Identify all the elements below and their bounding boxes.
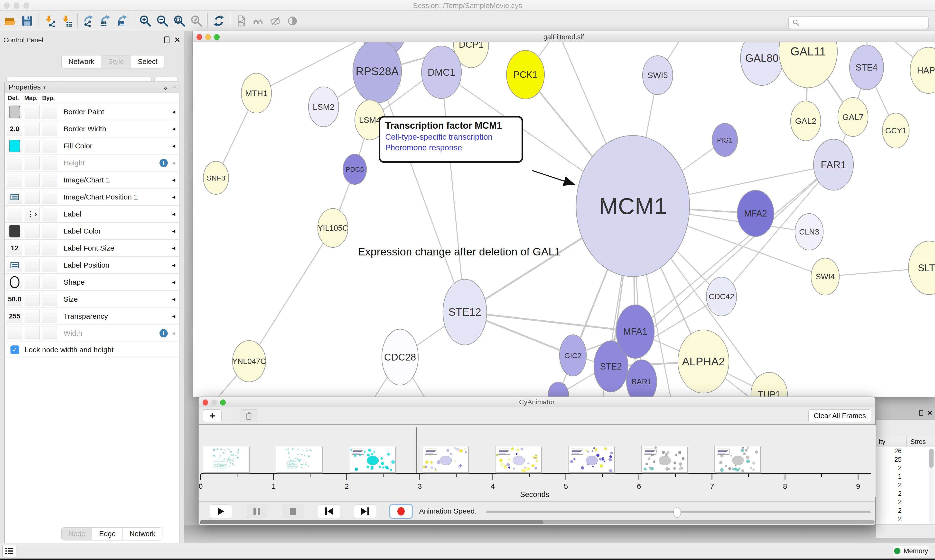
network-node-CDC42[interactable]: CDC42 [707, 277, 736, 316]
frame-thumbnail-3[interactable] [349, 446, 395, 472]
property-row-label-position[interactable]: Label Position◂ [5, 257, 179, 274]
mapping-cell[interactable]: ⋮› [25, 207, 40, 221]
save-session-button[interactable] [20, 13, 34, 29]
export-table-button[interactable] [99, 13, 113, 29]
scrollbar-thumb[interactable] [200, 520, 543, 524]
lock-size-checkbox[interactable]: ✓ [11, 345, 19, 354]
property-row-transparency[interactable]: 255Transparency◂ [5, 308, 179, 325]
mapping-cell[interactable] [25, 224, 40, 238]
network-node-ALPHA2[interactable]: ALPHA2 [678, 330, 729, 393]
frame-thumbnail-5[interactable] [495, 446, 541, 472]
bypass-cell[interactable] [42, 326, 57, 340]
mapping-cell[interactable] [25, 190, 40, 204]
property-row-height[interactable]: Heighti◂ [5, 154, 179, 171]
mapping-cell[interactable] [25, 309, 40, 323]
network-node-PDC5[interactable]: PDC5 [343, 154, 366, 185]
export-image-button[interactable] [116, 13, 130, 29]
network-edge[interactable] [377, 71, 465, 312]
tab-network[interactable]: Network [62, 55, 101, 68]
info-icon[interactable]: i [159, 159, 168, 167]
bypass-cell[interactable] [42, 275, 57, 289]
tab-network-style[interactable]: Network [122, 528, 162, 540]
mapping-cell[interactable] [25, 326, 40, 340]
table-row[interactable]: 2 [876, 515, 935, 524]
info-icon[interactable]: i [159, 329, 168, 337]
network-edge[interactable] [441, 72, 465, 312]
memory-button[interactable]: Memory [893, 545, 929, 557]
network-node-DMC1[interactable]: DMC1 [421, 46, 461, 98]
cyanimator-titlebar[interactable]: CyAnimator [199, 397, 875, 407]
table-scrollbar[interactable] [929, 448, 934, 524]
float-panel-icon[interactable] [164, 37, 170, 43]
mapping-cell[interactable] [25, 156, 40, 170]
expand-row-arrow-icon[interactable]: ◂ [172, 278, 175, 286]
network-node-SWI5[interactable]: SWI5 [643, 56, 673, 95]
float-panel-icon[interactable] [919, 410, 923, 416]
search-input[interactable] [799, 18, 925, 27]
property-row-image-chart-position-1[interactable]: Image/Chart Position 1◂ [5, 189, 179, 206]
open-session-button[interactable] [3, 13, 17, 29]
frame-thumbnail-4[interactable] [422, 446, 468, 472]
network-node-GAL7[interactable]: GAL7 [838, 98, 868, 137]
default-value-cell[interactable]: 50.0 [7, 292, 22, 306]
bypass-cell[interactable] [42, 258, 57, 272]
default-value-cell[interactable] [7, 139, 22, 153]
default-value-cell[interactable] [7, 173, 22, 187]
tab-style[interactable]: Style [101, 55, 131, 68]
column-header[interactable]: ity [876, 437, 907, 447]
default-value-cell[interactable]: 255 [7, 309, 22, 323]
network-node-LSM2[interactable]: LSM2 [309, 87, 339, 127]
expand-row-arrow-icon[interactable]: ◂ [172, 176, 175, 184]
default-value-cell[interactable]: 12 [7, 241, 22, 255]
network-node-MFA1[interactable]: MFA1 [616, 305, 654, 358]
expand-row-arrow-icon[interactable]: ◂ [172, 159, 175, 167]
table-row[interactable]: 25 [876, 456, 935, 465]
bypass-cell[interactable] [42, 156, 57, 170]
property-row-border-width[interactable]: 2.0Border Width◂ [5, 120, 179, 137]
expand-row-arrow-icon[interactable]: ◂ [172, 329, 175, 337]
bypass-cell[interactable] [42, 207, 57, 221]
animation-speed-slider[interactable] [486, 511, 871, 513]
record-button[interactable] [390, 505, 412, 518]
property-row-image-chart-1[interactable]: Image/Chart 1◂ [5, 171, 179, 189]
import-table-button[interactable] [59, 13, 74, 29]
close-panel-icon[interactable]: ✕ [174, 37, 181, 43]
clear-all-frames-button[interactable]: Clear All Frames [808, 409, 871, 422]
table-row[interactable]: 2 [876, 490, 935, 498]
panel-menu-button[interactable] [2, 545, 16, 557]
network-node-MTH1[interactable]: MTH1 [241, 73, 272, 113]
close-panel-icon[interactable]: ✕ [927, 409, 933, 416]
zoom-out-button[interactable] [155, 13, 170, 29]
network-node-GIC2[interactable]: GIC2 [560, 335, 586, 376]
network-node-SWI4[interactable]: SWI4 [811, 258, 839, 295]
skip-to-start-button[interactable] [318, 505, 340, 518]
zoom-in-button[interactable] [138, 13, 153, 29]
default-value-cell[interactable] [7, 275, 22, 289]
network-node-RPS28A[interactable]: RPS28A [353, 42, 401, 103]
expand-row-arrow-icon[interactable]: ◂ [172, 312, 175, 320]
add-frame-button[interactable]: + [203, 409, 222, 422]
import-network-button[interactable] [42, 13, 57, 29]
mapping-cell[interactable] [25, 139, 40, 153]
bypass-cell[interactable] [42, 241, 57, 255]
default-value-cell[interactable] [7, 190, 22, 204]
network-edge[interactable] [249, 228, 333, 361]
bypass-cell[interactable] [42, 190, 57, 204]
zoom-fit-button[interactable] [172, 13, 187, 29]
annotation-link[interactable]: Cell-type-specific transcription [385, 132, 517, 142]
network-node-CDC28[interactable]: CDC28 [382, 329, 418, 385]
bypass-cell[interactable] [42, 224, 57, 238]
default-value-cell[interactable] [7, 258, 22, 272]
mapping-cell[interactable] [25, 241, 40, 255]
mapping-cell[interactable] [25, 292, 40, 306]
property-row-label[interactable]: ⋮›Label◂ [5, 206, 179, 223]
bypass-cell[interactable] [42, 173, 57, 187]
property-row-label-font-size[interactable]: 12Label Font Size◂ [5, 240, 179, 257]
table-row[interactable]: 2 [876, 498, 935, 507]
annotation-link[interactable]: Pheromone response [385, 143, 517, 152]
property-row-width[interactable]: Widthi◂ [5, 325, 179, 342]
network-node-FAR1[interactable]: FAR1 [813, 139, 853, 190]
default-value-cell[interactable] [7, 326, 22, 340]
network-node-STE12[interactable]: STE12 [443, 279, 487, 345]
skip-to-end-button[interactable] [354, 505, 376, 518]
